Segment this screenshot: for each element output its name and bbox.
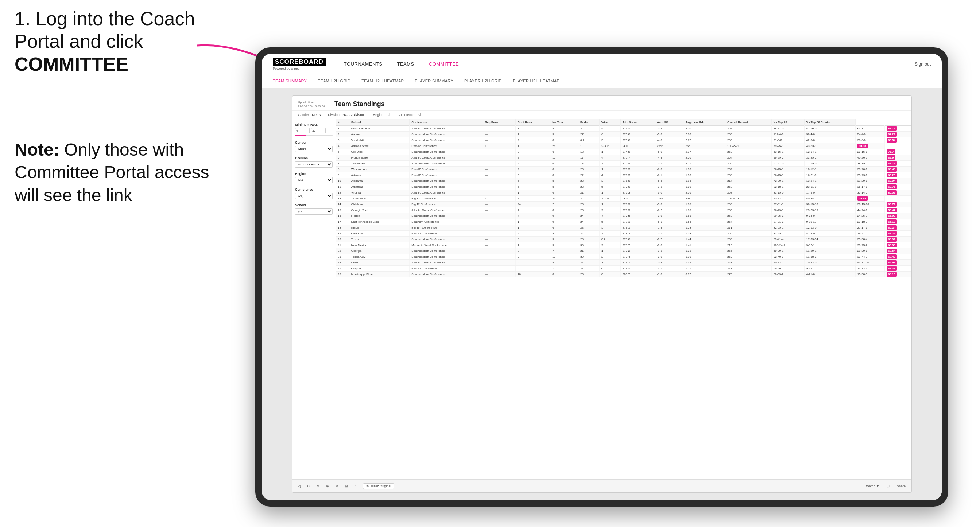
table-cell: 33-25-2: [804, 155, 855, 161]
table-cell: 30: [578, 242, 600, 248]
table-cell: -1.4: [655, 225, 684, 231]
table-cell: 1: [336, 126, 349, 132]
content-area: Update time: 27/03/2024 16:56:26 Team St…: [262, 88, 942, 500]
table-cell: 16-21-0: [804, 172, 855, 178]
table-cell: 0.7: [599, 237, 620, 242]
share-btn[interactable]: Share: [896, 484, 907, 489]
table-cell: 0.97: [684, 271, 725, 277]
table-cell: 274.2: [599, 143, 620, 149]
filter-region: Region: All: [373, 113, 390, 117]
table-cell: 30-4-0: [804, 132, 855, 137]
table-cell: New Mexico: [349, 242, 410, 248]
table-cell: 2: [599, 207, 620, 213]
table-cell: 88-17-0: [772, 126, 804, 132]
th-conference: Conference: [410, 119, 483, 126]
min-round-from[interactable]: [295, 128, 310, 133]
table-cell: 2: [578, 196, 600, 202]
tab-team-h2h-grid[interactable]: TEAM H2H GRID: [318, 77, 350, 85]
table-cell: -1.8: [655, 271, 684, 277]
table-cell: 276.9: [620, 207, 655, 213]
tablet-screen: SCOREBOARD Powered by clippd TOURNAMENTS…: [262, 54, 942, 500]
table-cell: 268: [725, 190, 772, 196]
toolbar-btn-6[interactable]: ⊞: [344, 484, 349, 489]
share-icon[interactable]: ⬡: [885, 484, 891, 489]
table-cell: 30-15-10: [855, 202, 885, 207]
table-cell: 8: [516, 248, 550, 254]
toolbar-btn-5[interactable]: ⊖: [334, 484, 340, 489]
table-cell: Southeastern Conference: [410, 178, 483, 184]
table-cell: 217: [725, 178, 772, 184]
table-cell: North Carolina: [349, 126, 410, 132]
table-cell: 1: [483, 196, 515, 202]
gender-select[interactable]: Men's: [295, 146, 332, 152]
panel-header: Update time: 27/03/2024 16:56:26 Team St…: [292, 96, 912, 111]
table-cell: 6: [550, 161, 578, 167]
table-cell: 209: [725, 202, 772, 207]
tab-player-h2h-heatmap[interactable]: PLAYER H2H HEATMAP: [513, 77, 560, 85]
toolbar-btn-3[interactable]: ↻: [315, 484, 321, 489]
table-cell: 2: [336, 132, 349, 137]
school-select[interactable]: (All): [295, 208, 332, 215]
table-container[interactable]: # School Conference Reg Rank Conf Rank N…: [336, 119, 912, 479]
table-cell: 3: [336, 137, 349, 143]
table-cell: 9: [550, 219, 578, 225]
view-original-btn[interactable]: 👁 View: Original: [363, 483, 394, 489]
table-cell: 12-14-1: [804, 149, 855, 155]
table-cell: Texas: [349, 237, 410, 242]
slider-fill: [295, 135, 306, 136]
table-cell: -5.0: [655, 132, 684, 137]
table-cell: 1: [599, 260, 620, 266]
table-cell: 38-6-0: [855, 137, 885, 143]
table-cell: 21: [578, 266, 600, 271]
table-cell: Oklahoma: [349, 202, 410, 207]
table-cell: 39-20-1: [855, 167, 885, 172]
division-select[interactable]: NCAA Division I: [295, 162, 332, 168]
conference-select[interactable]: (All): [295, 193, 332, 199]
table-cell: California: [349, 231, 410, 237]
table-cell: 40-38-2: [804, 196, 855, 202]
table-cell: -3.1: [655, 266, 684, 271]
tab-team-h2h-heatmap[interactable]: TEAM H2H HEATMAP: [361, 77, 404, 85]
watch-btn[interactable]: Watch ▼: [864, 484, 881, 489]
table-cell: 221: [725, 260, 772, 266]
table-cell: 80.57: [885, 190, 911, 196]
table-cell: 68.42: [885, 254, 911, 260]
table-cell: 278.6: [620, 237, 655, 242]
table-cell: 42-6-0: [804, 137, 855, 143]
nav-links: TOURNAMENTS TEAMS COMMITTEE: [344, 60, 898, 68]
table-cell: 1: [599, 248, 620, 254]
table-row: 1North CarolinaAtlantic Coast Conference…: [336, 126, 912, 132]
table-cell: 2.11: [684, 161, 725, 167]
toolbar-btn-7[interactable]: ⏱: [353, 484, 359, 489]
table-cell: 28: [578, 237, 600, 242]
tab-team-summary[interactable]: TEAM SUMMARY: [273, 77, 307, 85]
table-cell: Big Ten Conference: [410, 225, 483, 231]
table-cell: 42-16-0: [804, 126, 855, 132]
sign-out-link[interactable]: | Sign out: [913, 62, 931, 67]
table-cell: -6.1: [655, 172, 684, 178]
table-cell: —: [483, 161, 515, 167]
table-cell: 276.3: [620, 167, 655, 172]
table-cell: —: [483, 271, 515, 277]
region-select[interactable]: N/A: [295, 177, 332, 183]
standings-table: # School Conference Reg Rank Conf Rank N…: [336, 119, 912, 277]
toolbar-btn-1[interactable]: ◁: [296, 484, 302, 489]
toolbar-btn-4[interactable]: ⊕: [325, 484, 331, 489]
tab-player-h2h-grid[interactable]: PLAYER H2H GRID: [464, 77, 502, 85]
table-cell: 23: [578, 271, 600, 277]
nav-tournaments[interactable]: TOURNAMENTS: [344, 60, 383, 68]
table-row: 23Texas A&MSoutheastern Conference—91030…: [336, 254, 912, 260]
panel-body: Minimum Rou... Gender: [292, 119, 912, 479]
conference-control: (All): [295, 193, 332, 199]
nav-teams[interactable]: TEAMS: [397, 60, 414, 68]
min-round-to[interactable]: [311, 128, 326, 133]
nav-committee[interactable]: COMMITTEE: [429, 60, 459, 68]
table-cell: —: [483, 213, 515, 219]
table-cell: —: [483, 248, 515, 254]
toolbar-btn-2[interactable]: ↺: [305, 484, 312, 489]
tab-player-summary[interactable]: PLAYER SUMMARY: [415, 77, 453, 85]
table-cell: 117-4-0: [772, 132, 804, 137]
table-cell: 80.98: [855, 143, 885, 149]
slider-track[interactable]: [295, 135, 332, 136]
table-cell: 3: [516, 172, 550, 178]
